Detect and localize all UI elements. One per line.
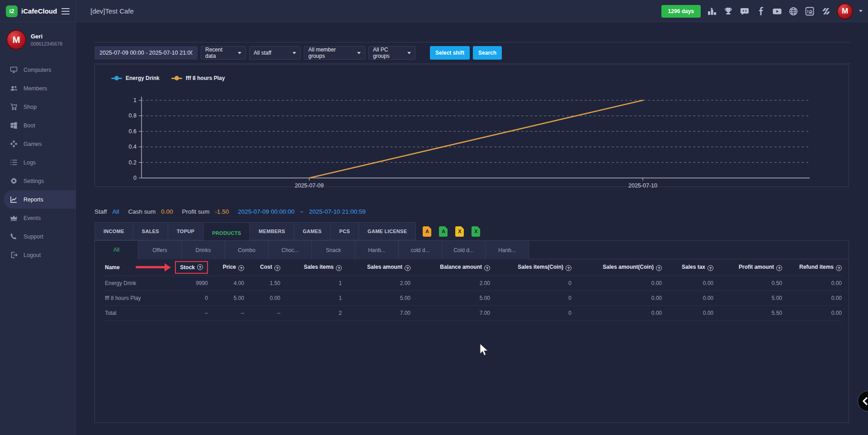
license-days-badge[interactable]: 1296 days xyxy=(661,5,701,18)
sidebar-item-label: Events xyxy=(24,215,41,221)
icafe-logo-icon[interactable] xyxy=(804,6,815,16)
gamepad-icon xyxy=(10,140,18,148)
legend-item-fff-8-hours-play[interactable]: fff 8 hours Play xyxy=(171,75,225,81)
help-icon[interactable]: ? xyxy=(484,265,490,271)
category-tab-hanb-2[interactable]: Hanb... xyxy=(486,241,529,259)
svg-text:0.6: 0.6 xyxy=(129,128,137,135)
excel-export-yellow-icon[interactable]: X xyxy=(455,226,464,237)
category-tab-snack[interactable]: Snack xyxy=(312,241,355,259)
cell-sales-items-coin: 0 xyxy=(490,276,571,290)
tab-topup[interactable]: TOPUP xyxy=(168,222,203,240)
users-icon xyxy=(10,84,18,92)
trophy-icon[interactable] xyxy=(723,6,733,16)
category-tab-drinks[interactable]: Drinks xyxy=(182,241,225,259)
excel-export-green-icon[interactable]: X xyxy=(472,226,480,237)
help-icon[interactable]: ? xyxy=(274,265,280,271)
col-header-sales-items-coin[interactable]: Sales items(Coin)? xyxy=(490,259,571,276)
tab-pcs[interactable]: PCS xyxy=(331,222,359,240)
sidebar-item-events[interactable]: Events xyxy=(0,209,75,227)
help-icon[interactable]: ? xyxy=(197,264,203,270)
sidebar-item-support[interactable]: Support xyxy=(0,227,75,246)
sidebar-item-shop[interactable]: Shop xyxy=(0,98,75,116)
data-mode-select[interactable]: Recent data xyxy=(201,46,246,60)
tab-game-license[interactable]: GAME LICENSE xyxy=(359,222,416,240)
globe-icon[interactable] xyxy=(788,6,798,16)
select-shift-button[interactable]: Select shift xyxy=(430,46,470,60)
col-header-price[interactable]: Price? xyxy=(208,259,244,276)
svg-text:0.2: 0.2 xyxy=(129,159,137,166)
sidebar-item-games[interactable]: Games xyxy=(0,135,75,153)
col-header-balance-amount[interactable]: Balance amount? xyxy=(410,259,490,276)
col-header-sales-tax[interactable]: Sales tax? xyxy=(662,259,713,276)
help-icon[interactable]: ? xyxy=(836,265,842,271)
sidebar-item-reports[interactable]: Reports xyxy=(4,190,75,209)
layers-icon[interactable] xyxy=(821,6,831,16)
help-icon[interactable]: ? xyxy=(708,265,713,271)
category-tab-cold-d-2[interactable]: Cold d... xyxy=(442,241,486,259)
help-icon[interactable]: ? xyxy=(656,265,662,271)
col-header-cost[interactable]: Cost? xyxy=(244,259,280,276)
user-name: Geri xyxy=(31,33,62,40)
sidebar-user-block[interactable]: M Geri 008612345678 xyxy=(0,22,75,54)
date-range-input[interactable] xyxy=(94,46,198,60)
facebook-icon[interactable] xyxy=(755,6,766,16)
help-icon[interactable]: ? xyxy=(238,265,244,271)
category-tab-choc[interactable]: Choc... xyxy=(269,241,312,259)
cash-sum-label: Cash sum xyxy=(128,208,156,215)
staff-select[interactable]: All staff xyxy=(249,46,301,60)
cell-sales-amount-coin: 0.00 xyxy=(571,305,662,320)
chevron-down-icon[interactable] xyxy=(859,10,863,12)
col-header-sales-amount-coin[interactable]: Sales amount(Coin)? xyxy=(571,259,662,276)
chart-line-icon xyxy=(10,196,18,203)
cell-balance-amount: 2.00 xyxy=(410,276,490,290)
sidebar-item-label: Support xyxy=(24,234,43,240)
sidebar-item-settings[interactable]: Settings xyxy=(0,172,75,190)
cell-profit-amount: 0.50 xyxy=(713,276,782,290)
category-tab-offers[interactable]: Offers xyxy=(138,241,182,259)
user-avatar[interactable]: M xyxy=(837,3,853,19)
sidebar-item-computers[interactable]: Computers xyxy=(0,61,75,79)
sidebar-item-logs[interactable]: Logs xyxy=(0,153,75,172)
svg-text:0: 0 xyxy=(133,175,137,181)
sidebar-item-boot[interactable]: Boot xyxy=(0,116,75,135)
svg-text:0.8: 0.8 xyxy=(129,112,137,119)
legend-label: fff 8 hours Play xyxy=(186,75,225,81)
chevron-down-icon xyxy=(292,52,296,54)
hamburger-menu-icon[interactable] xyxy=(61,8,70,14)
help-icon[interactable]: ? xyxy=(336,265,342,271)
sidebar-item-members[interactable]: Members xyxy=(0,79,75,98)
help-icon[interactable]: ? xyxy=(566,265,571,271)
cell-refund-items: 0.00 xyxy=(782,290,842,305)
sidebar-item-label: Computers xyxy=(24,67,51,73)
sidebar-item-logout[interactable]: Logout xyxy=(0,246,75,264)
tab-income[interactable]: INCOME xyxy=(94,222,133,240)
ranking-podium-icon[interactable] xyxy=(707,6,717,16)
help-icon[interactable]: ? xyxy=(405,265,410,271)
tab-sales[interactable]: SALES xyxy=(133,222,168,240)
search-button[interactable]: Search xyxy=(473,46,502,60)
category-tab-combo[interactable]: Combo xyxy=(225,241,269,259)
tab-members[interactable]: MEMBERS xyxy=(250,222,294,240)
page-title: [dev]Test Cafe xyxy=(90,0,134,22)
discord-icon[interactable] xyxy=(739,6,750,16)
tab-games[interactable]: GAMES xyxy=(294,222,331,240)
youtube-icon[interactable] xyxy=(772,6,782,16)
col-header-stock[interactable]: Stock? xyxy=(168,259,208,276)
category-tab-cold-d-1[interactable]: cold d... xyxy=(399,241,442,259)
sidebar-avatar[interactable]: M xyxy=(6,30,26,50)
col-header-refund-items[interactable]: Refund items? xyxy=(782,259,842,276)
category-tab-hanb-1[interactable]: Hanb... xyxy=(355,241,399,259)
pdf-export-green-icon[interactable]: A xyxy=(439,226,448,237)
col-header-sales-items[interactable]: Sales items? xyxy=(280,259,342,276)
tilde: ~ xyxy=(300,208,304,215)
pdf-export-yellow-icon[interactable]: A xyxy=(423,226,431,237)
col-header-profit-amount[interactable]: Profit amount? xyxy=(713,259,782,276)
col-header-sales-amount[interactable]: Sales amount? xyxy=(342,259,410,276)
pc-groups-select[interactable]: All PC groups xyxy=(368,46,415,60)
member-groups-select[interactable]: All member groups xyxy=(304,46,365,60)
category-tab-all[interactable]: All xyxy=(95,241,138,259)
legend-item-energy-drink[interactable]: Energy Drink xyxy=(111,75,160,81)
cell-sales-items-coin: 0 xyxy=(490,290,571,305)
chevron-down-icon xyxy=(357,52,361,54)
help-icon[interactable]: ? xyxy=(776,265,782,271)
